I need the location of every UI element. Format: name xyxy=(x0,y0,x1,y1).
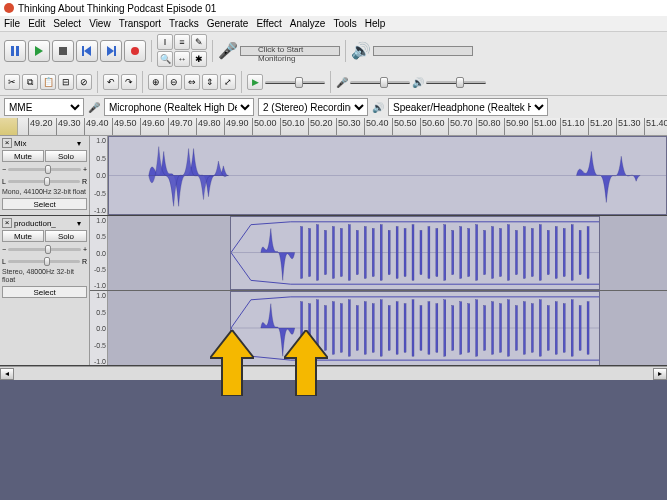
svg-rect-7 xyxy=(114,46,116,56)
cut-button[interactable]: ✂ xyxy=(4,74,20,90)
svg-rect-43 xyxy=(555,227,557,279)
recording-volume-slider[interactable] xyxy=(350,75,410,89)
mute-button[interactable]: Mute xyxy=(2,230,44,242)
menu-tools[interactable]: Tools xyxy=(333,18,356,29)
track-close-button[interactable]: × xyxy=(2,138,12,148)
svg-rect-11 xyxy=(301,227,303,279)
gain-slider[interactable]: −+ xyxy=(2,244,87,254)
pause-button[interactable] xyxy=(4,40,26,62)
redo-button[interactable]: ↷ xyxy=(121,74,137,90)
track-select-button[interactable]: Select xyxy=(2,286,87,298)
svg-rect-21 xyxy=(380,225,382,281)
recording-meter[interactable]: 🎤 -54-36-180 Click to Start Monitoring xyxy=(218,41,340,60)
playback-device-select[interactable]: Speaker/Headphone (Realtek High xyxy=(388,98,548,116)
svg-rect-58 xyxy=(372,304,374,353)
trim-button[interactable]: ⊟ xyxy=(58,74,74,90)
multi-tool-icon[interactable]: ✱ xyxy=(191,51,207,67)
scroll-left-button[interactable]: ◂ xyxy=(0,368,14,380)
silence-button[interactable]: ⊘ xyxy=(76,74,92,90)
skip-end-button[interactable] xyxy=(100,40,122,62)
stop-button[interactable] xyxy=(52,40,74,62)
scroll-right-button[interactable]: ▸ xyxy=(653,368,667,380)
track-info: Mono, 44100Hz 32-bit float xyxy=(2,188,87,196)
menu-select[interactable]: Select xyxy=(53,18,81,29)
svg-rect-23 xyxy=(396,227,398,279)
track-close-button[interactable]: × xyxy=(2,218,12,228)
svg-rect-44 xyxy=(563,229,565,277)
solo-button[interactable]: Solo xyxy=(45,150,87,162)
vertical-scale: 1.00.50.0-0.5-1.0 xyxy=(90,136,108,215)
zoom-out-button[interactable]: ⊖ xyxy=(166,74,182,90)
mic-meter-icon: 🎤 xyxy=(218,41,238,60)
svg-rect-68 xyxy=(452,306,454,351)
menu-generate[interactable]: Generate xyxy=(207,18,249,29)
svg-rect-24 xyxy=(404,229,406,277)
pan-slider[interactable]: LR xyxy=(2,256,87,266)
track-menu-button[interactable]: ▾ xyxy=(77,139,87,148)
gain-slider[interactable]: −+ xyxy=(2,164,87,174)
svg-rect-70 xyxy=(468,304,470,353)
svg-rect-31 xyxy=(460,227,462,279)
audio-clip[interactable] xyxy=(230,216,600,290)
timeline-ruler[interactable]: -.10 49.20 49.30 49.40 49.50 49.60 49.70… xyxy=(0,118,667,136)
svg-rect-61 xyxy=(396,302,398,355)
menu-help[interactable]: Help xyxy=(365,18,386,29)
playback-meter[interactable]: 🔊 -54-36-180 xyxy=(351,41,473,60)
solo-button[interactable]: Solo xyxy=(45,230,87,242)
svg-rect-28 xyxy=(436,229,438,277)
playback-volume-slider[interactable] xyxy=(426,75,486,89)
menu-effect[interactable]: Effect xyxy=(256,18,281,29)
svg-rect-59 xyxy=(380,300,382,356)
recording-channels-select[interactable]: 2 (Stereo) Recording Chan xyxy=(258,98,368,116)
tracks-area: × Mix ▾ Mute Solo −+ LR Mono, 44100Hz 32… xyxy=(0,136,667,380)
envelope-tool-icon[interactable]: ≡ xyxy=(174,34,190,50)
mic-vol-icon: 🎤 xyxy=(336,77,348,88)
pan-slider[interactable]: LR xyxy=(2,176,87,186)
zoom-tool-icon[interactable]: 🔍 xyxy=(157,51,173,67)
track-name[interactable]: production_ xyxy=(14,219,75,228)
menu-analyze[interactable]: Analyze xyxy=(290,18,326,29)
device-toolbar: MME 🎤 Microphone (Realtek High Defini 2 … xyxy=(0,96,667,118)
undo-button[interactable]: ↶ xyxy=(103,74,119,90)
recording-device-select[interactable]: Microphone (Realtek High Defini xyxy=(104,98,254,116)
svg-rect-30 xyxy=(452,230,454,274)
record-button[interactable] xyxy=(124,40,146,62)
svg-rect-16 xyxy=(340,229,342,277)
track-waveform-area[interactable]: 1.00.50.0-0.5-1.0 xyxy=(90,136,667,215)
tools-grid: I ≡ ✎ 🔍 ↔ ✱ xyxy=(157,34,207,67)
mute-button[interactable]: Mute xyxy=(2,150,44,162)
selection-tool-icon[interactable]: I xyxy=(157,34,173,50)
track-name[interactable]: Mix xyxy=(14,139,75,148)
svg-rect-22 xyxy=(388,230,390,274)
fit-selection-button[interactable]: ⇔ xyxy=(184,74,200,90)
track-menu-button[interactable]: ▾ xyxy=(77,219,87,228)
track-row: × Mix ▾ Mute Solo −+ LR Mono, 44100Hz 32… xyxy=(0,136,667,216)
play-at-speed-button[interactable]: ▶ xyxy=(247,74,263,90)
horizontal-scrollbar[interactable]: ◂ ▸ xyxy=(0,366,667,380)
svg-rect-14 xyxy=(324,230,326,274)
menu-view[interactable]: View xyxy=(89,18,111,29)
svg-rect-26 xyxy=(420,230,422,274)
svg-rect-13 xyxy=(317,225,319,281)
menu-edit[interactable]: Edit xyxy=(28,18,45,29)
menu-tracks[interactable]: Tracks xyxy=(169,18,199,29)
paste-button[interactable]: 📋 xyxy=(40,74,56,90)
zoom-in-button[interactable]: ⊕ xyxy=(148,74,164,90)
copy-button[interactable]: ⧉ xyxy=(22,74,38,90)
skip-start-button[interactable] xyxy=(76,40,98,62)
zoom-toggle-button[interactable]: ⤢ xyxy=(220,74,236,90)
menu-file[interactable]: File xyxy=(4,18,20,29)
track-control-panel: × production_ ▾ Mute Solo −+ LR Stereo, … xyxy=(0,216,90,365)
timeshift-tool-icon[interactable]: ↔ xyxy=(174,51,190,67)
title-bar: Thinking About Thinking Podcast Episode … xyxy=(0,0,667,16)
audio-host-select[interactable]: MME xyxy=(4,98,84,116)
draw-tool-icon[interactable]: ✎ xyxy=(191,34,207,50)
menu-transport[interactable]: Transport xyxy=(119,18,161,29)
fit-project-button[interactable]: ⇕ xyxy=(202,74,218,90)
svg-rect-33 xyxy=(476,225,478,281)
playback-speed-slider[interactable] xyxy=(265,75,325,89)
track-waveform-area[interactable]: 1.00.50.0-0.5-1.0 xyxy=(90,216,667,365)
audio-clip[interactable] xyxy=(108,136,667,215)
track-select-button[interactable]: Select xyxy=(2,198,87,210)
play-button[interactable] xyxy=(28,40,50,62)
